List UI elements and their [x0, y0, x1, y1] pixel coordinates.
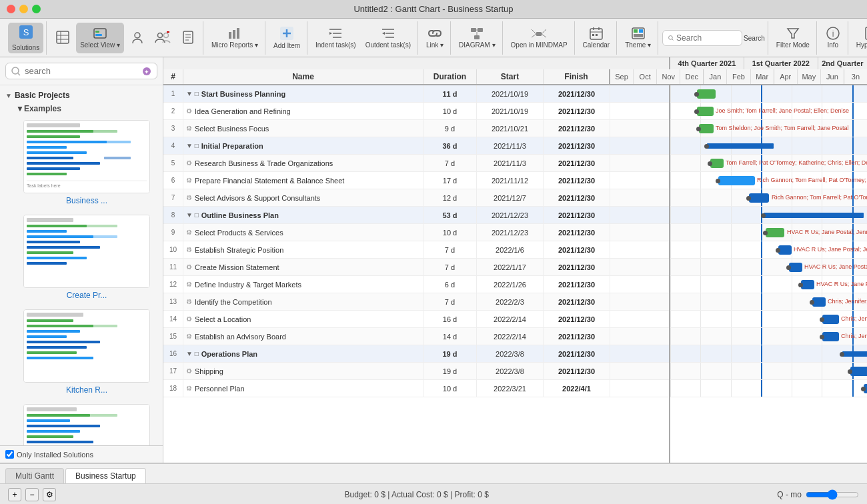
- row-name-5[interactable]: ⚙ Research Business & Trade Organization…: [183, 155, 423, 172]
- row-name-12[interactable]: ⚙ Define Industry & Target Markets: [183, 276, 423, 293]
- indent-button[interactable]: Indent task(s): [311, 23, 360, 53]
- row-duration-8: 53 d: [423, 207, 477, 224]
- only-installed-checkbox[interactable]: [5, 450, 14, 459]
- row-name-7[interactable]: ⚙ Select Advisors & Support Consultants: [183, 189, 423, 207]
- chart-vline-1: [700, 328, 701, 345]
- row-name-11[interactable]: ⚙ Create Mission Statement: [183, 259, 423, 276]
- report-button[interactable]: [176, 23, 200, 53]
- row-finish-14: 2021/12/30: [544, 311, 610, 328]
- svg-line-52: [672, 39, 674, 40]
- expand-icon-4: ▼ □: [186, 142, 199, 149]
- theme-button[interactable]: Theme ▾: [621, 23, 655, 53]
- row-name-17[interactable]: ⚙ Shipping: [183, 363, 423, 380]
- row-name-16[interactable]: ▼ □ Operations Plan: [183, 345, 423, 363]
- sidebar-item-kitchen-r[interactable]: Kitchen R...: [13, 305, 160, 399]
- row-start-8: 2021/12/23: [477, 207, 544, 224]
- svg-point-62: [12, 67, 19, 74]
- row-name-9[interactable]: ⚙ Select Products & Services: [183, 224, 423, 241]
- row-name-1[interactable]: ▼ □ Start Business Planning: [183, 85, 423, 103]
- row-start-9: 2021/12/23: [477, 224, 544, 241]
- add-item-button[interactable]: Add Item: [269, 23, 304, 53]
- sidebar-item-business[interactable]: Task labels here Business ...: [13, 116, 160, 209]
- sidebar-section-basic-projects[interactable]: ▼ Basic Projects: [0, 88, 163, 103]
- row-start-12: 2022/1/26: [477, 276, 544, 293]
- tab-business-startup[interactable]: Business Startup: [65, 468, 146, 483]
- svg-rect-45: [592, 34, 594, 36]
- chart-vline-0: [670, 224, 671, 241]
- row-name-14[interactable]: ⚙ Select a Location: [183, 311, 423, 328]
- info-button[interactable]: i Info: [821, 23, 845, 53]
- micro-reports-label: Micro Reports ▾: [211, 41, 258, 49]
- svg-marker-53: [788, 29, 798, 38]
- toolbar-search-input[interactable]: [676, 33, 736, 43]
- row-name-18[interactable]: ⚙ Personnel Plan: [183, 380, 423, 397]
- view-icon-button[interactable]: [51, 23, 75, 53]
- row-duration-10: 7 d: [423, 241, 477, 259]
- person-button[interactable]: [125, 23, 149, 53]
- row-start-13: 2022/2/3: [477, 293, 544, 311]
- toolbar-search-box: [662, 30, 742, 46]
- business-thumb-svg: Task labels here: [24, 121, 149, 193]
- gantt-chart-row-4: [670, 137, 867, 155]
- svg-rect-19: [237, 28, 239, 39]
- chart-vline-1: [700, 345, 701, 362]
- maximize-button[interactable]: [32, 5, 41, 13]
- svg-point-11: [163, 33, 168, 37]
- gantt-bar-14: [822, 315, 839, 324]
- micro-reports-button[interactable]: Micro Reports ▾: [207, 23, 262, 53]
- scale-slider[interactable]: [806, 489, 859, 500]
- svg-rect-17: [229, 32, 231, 39]
- chart-vline-4: [792, 363, 792, 379]
- chart-vline-5: [822, 137, 822, 154]
- settings-row-button[interactable]: ⚙: [43, 488, 56, 501]
- row-name-3[interactable]: ⚙ Select Business Focus: [183, 120, 423, 137]
- gantt-area: 4th Quarter 2021 1st Quarter 2022 2nd Qu…: [163, 57, 867, 463]
- row-name-13[interactable]: ⚙ Identify the Competition: [183, 293, 423, 311]
- diagram-button[interactable]: DIAGRAM ▾: [455, 23, 499, 53]
- sidebar-search-input[interactable]: [25, 66, 142, 76]
- tab-multi-gantt[interactable]: Multi Gantt: [5, 468, 64, 483]
- budget-text: Budget: 0 $: [344, 490, 385, 499]
- row-name-6[interactable]: ⚙ Prepare Financial Statement & Balance …: [183, 172, 423, 189]
- gantt-chart-row-7: Rich Gannon; Tom Farrell; Pat O'Tormey; …: [670, 189, 867, 207]
- persons-button[interactable]: [151, 23, 175, 53]
- hypernote-icon: H: [864, 27, 867, 40]
- mindmap-button[interactable]: Open in MINDMAP: [507, 23, 572, 53]
- svg-marker-26: [329, 32, 332, 35]
- chart-vline-3: [761, 241, 762, 258]
- minimize-button[interactable]: [19, 5, 28, 13]
- close-button[interactable]: [7, 5, 15, 13]
- toolbar: S Solutions Select View ▾: [0, 19, 867, 57]
- diagram-label: DIAGRAM ▾: [459, 41, 495, 49]
- row-name-2[interactable]: ⚙ Idea Generation and Refining: [183, 103, 423, 120]
- svg-rect-104: [77, 325, 117, 327]
- examples-header[interactable]: ▼ Examples: [11, 103, 163, 115]
- task-icon-18: ⚙: [186, 385, 192, 392]
- outdent-button[interactable]: Outdent task(s): [361, 23, 415, 53]
- add-item-icon: [279, 26, 294, 41]
- select-view-label: Select View ▾: [80, 41, 120, 49]
- chart-vline-2: [731, 85, 732, 102]
- filter-button[interactable]: Filter Mode: [772, 23, 814, 53]
- svg-marker-30: [382, 32, 385, 35]
- sidebar-search-box: ✦: [5, 63, 157, 79]
- add-row-button[interactable]: +: [8, 488, 21, 501]
- row-name-8[interactable]: ▼ □ Outline Business Plan: [183, 207, 423, 224]
- row-name-4[interactable]: ▼ □ Initial Preparation: [183, 137, 423, 155]
- sidebar-item-create-pr[interactable]: Create Pr...: [13, 211, 160, 304]
- sidebar-item-marketing[interactable]: Marketing...: [13, 400, 160, 445]
- calendar-button[interactable]: Calendar: [579, 23, 614, 53]
- chart-vline-2: [731, 276, 732, 293]
- solutions-button[interactable]: S Solutions: [8, 23, 43, 53]
- row-name-10[interactable]: ⚙ Establish Strategic Position: [183, 241, 423, 259]
- row-name-15[interactable]: ⚙ Establish an Advisory Board: [183, 328, 423, 345]
- mindmap-label: Open in MINDMAP: [511, 41, 568, 49]
- svg-rect-99: [27, 335, 67, 338]
- hypernote-button[interactable]: H Hypernote: [852, 23, 867, 53]
- select-view-button[interactable]: Select View ▾: [76, 23, 124, 53]
- link-button[interactable]: Link ▾: [422, 23, 448, 53]
- gantt-chart-row-13: Chris; Jennifer; Ellen: [670, 293, 867, 311]
- remove-row-button[interactable]: −: [25, 488, 39, 501]
- row-duration-17: 19 d: [423, 363, 477, 380]
- indent-icon: [328, 27, 343, 40]
